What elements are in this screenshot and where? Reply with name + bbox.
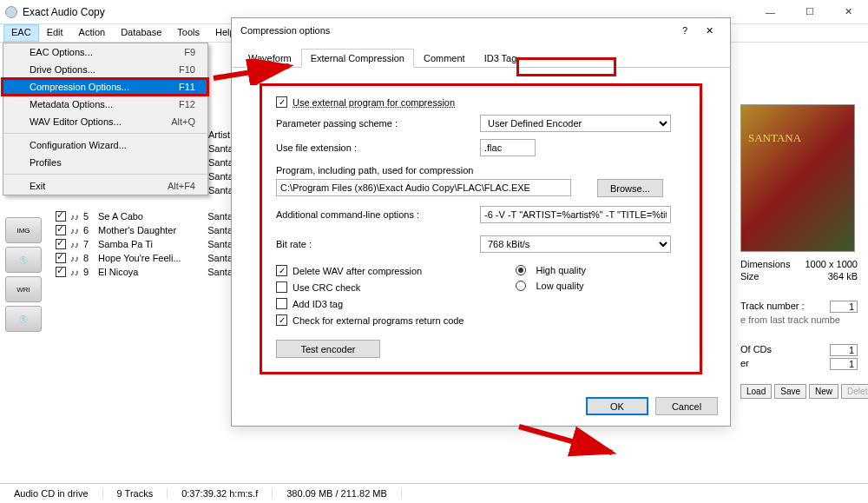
disc-button[interactable]: 💿 [5, 247, 42, 273]
track-checkbox[interactable] [56, 239, 66, 249]
of-cds-input[interactable] [830, 344, 858, 356]
menu-profiles[interactable]: Profiles [3, 154, 207, 171]
er-label: er [740, 358, 749, 370]
menu-edit[interactable]: Edit [39, 24, 71, 42]
size-value: 364 kB [828, 271, 858, 281]
save-button[interactable]: Save [774, 384, 806, 399]
ext-label: Use file extension : [276, 142, 480, 153]
track-checkbox[interactable] [56, 225, 66, 235]
param-scheme-label: Parameter passing scheme : [276, 118, 480, 129]
menu-eac-options[interactable]: EAC Options...F9 [3, 43, 207, 61]
menu-compression-options[interactable]: Compression Options...F11 [3, 78, 207, 96]
ext-input[interactable] [480, 139, 536, 156]
track-no-input[interactable] [830, 301, 858, 313]
menu-separator [4, 174, 207, 175]
browse-button[interactable]: Browse... [597, 179, 663, 197]
tab-external-compression[interactable]: External Compression [301, 49, 414, 68]
help-button[interactable]: ? [673, 25, 697, 36]
track-table: ♪♪5Se A CaboSanta ♪♪6Mother's DaughterSa… [56, 209, 233, 279]
app-icon [5, 6, 17, 18]
load-button[interactable]: Load [740, 384, 772, 399]
svg-line-1 [519, 427, 612, 453]
close-button[interactable]: ✕ [829, 0, 868, 23]
menu-wav-editor-options[interactable]: WAV Editor Options...Alt+Q [3, 113, 207, 130]
param-scheme-select[interactable]: User Defined Encoder [480, 115, 671, 132]
addl-options-input[interactable] [480, 206, 671, 223]
menu-drive-options[interactable]: Drive Options...F10 [3, 61, 207, 78]
eac-dropdown: EAC Options...F9 Drive Options...F10 Com… [3, 43, 208, 195]
bitrate-select[interactable]: 768 kBit/s [480, 235, 671, 253]
dialog-titlebar: Compression options ? ✕ [232, 18, 730, 43]
bitrate-label: Bit rate : [276, 239, 480, 249]
low-quality-radio[interactable]: Low quality [516, 281, 585, 291]
status-size: 380.09 MB / 211.82 MB [273, 488, 402, 499]
menu-action[interactable]: Action [71, 24, 114, 42]
statusbar: Audio CD in drive 9 Tracks 0:37:39.32 h:… [0, 483, 868, 503]
music-icon: ♪♪ [70, 240, 79, 249]
ok-button[interactable]: OK [586, 397, 648, 415]
dimensions-value: 1000 x 1000 [805, 259, 858, 269]
album-cover [740, 104, 855, 252]
program-path-input[interactable] [276, 179, 571, 196]
menu-exit[interactable]: ExitAlt+F4 [3, 177, 207, 195]
track-row[interactable]: ♪♪9El NicoyaSanta [56, 265, 233, 279]
track-checkbox[interactable] [56, 267, 66, 277]
music-icon: ♪♪ [70, 226, 79, 235]
retcode-checkbox[interactable]: ✓Check for external programs return code [276, 314, 464, 326]
high-quality-radio[interactable]: High quality [516, 265, 585, 275]
wri-button[interactable]: WRI [5, 276, 42, 302]
last-track-text: e from last track numbe [740, 314, 858, 325]
menu-config-wizard[interactable]: Configuration Wizard... [3, 136, 207, 154]
music-icon: ♪♪ [70, 212, 79, 222]
track-checkbox[interactable] [56, 211, 66, 222]
menu-database[interactable]: Database [113, 24, 169, 42]
cancel-button[interactable]: Cancel [655, 397, 718, 415]
dialog-tabs: Waveform External Compression Comment ID… [232, 43, 730, 68]
addl-label: Additional command-line options : [276, 209, 480, 220]
menu-separator [4, 133, 207, 134]
crc-checkbox[interactable]: Use CRC check [276, 281, 464, 293]
tab-waveform[interactable]: Waveform [239, 49, 301, 68]
tab-comment[interactable]: Comment [414, 49, 475, 68]
dialog-close-button[interactable]: ✕ [697, 25, 721, 36]
right-panel: Dimensions1000 x 1000 Size364 kB Track n… [740, 104, 858, 399]
music-icon: ♪♪ [70, 254, 79, 263]
id3-checkbox[interactable]: Add ID3 tag [276, 298, 464, 309]
menu-metadata-options[interactable]: Metadata Options...F12 [3, 96, 207, 113]
compression-options-dialog: Compression options ? ✕ Waveform Externa… [231, 17, 731, 427]
use-external-checkbox[interactable]: ✓Use external program for compression [276, 96, 455, 108]
track-row[interactable]: ♪♪7Samba Pa TiSanta [56, 237, 233, 251]
track-row[interactable]: ♪♪8Hope You're Feeli...Santa [56, 251, 233, 265]
minimize-button[interactable]: — [751, 0, 790, 23]
disc-button-2[interactable]: 💿 [5, 306, 42, 332]
annotation-framed-section: ✓Use external program for compression Pa… [260, 83, 702, 374]
left-toolbar: IMG 💿 WRI 💿 [5, 217, 49, 335]
er-input[interactable] [830, 358, 858, 370]
app-title: Exact Audio Copy [23, 6, 751, 18]
dimensions-label: Dimensions [740, 259, 790, 269]
maximize-button[interactable]: ☐ [790, 0, 829, 23]
delete-wav-checkbox[interactable]: ✓Delete WAV after compression [276, 265, 464, 276]
dialog-title: Compression options [240, 25, 330, 36]
track-no-label: Track number : [740, 301, 805, 313]
size-label: Size [740, 271, 759, 281]
status-time: 0:37:39.32 h:m:s.f [168, 488, 273, 499]
new-button[interactable]: New [809, 384, 838, 399]
status-drive: Audio CD in drive [0, 488, 103, 499]
status-tracks: 9 Tracks [103, 488, 168, 499]
track-row[interactable]: ♪♪5Se A CaboSanta [56, 209, 233, 223]
tab-id3[interactable]: ID3 Tag [475, 49, 527, 68]
test-encoder-button[interactable]: Test encoder [276, 340, 380, 358]
delete-button[interactable]: Delete [841, 384, 868, 399]
img-button[interactable]: IMG [5, 217, 42, 243]
track-row[interactable]: ♪♪6Mother's DaughterSanta [56, 223, 233, 237]
of-cds-label: Of CDs [740, 344, 772, 356]
program-label: Program, including path, used for compre… [276, 165, 473, 175]
menu-eac[interactable]: EAC [3, 24, 39, 42]
music-icon: ♪♪ [70, 268, 79, 277]
track-checkbox[interactable] [56, 253, 66, 263]
menu-tools[interactable]: Tools [169, 24, 207, 42]
